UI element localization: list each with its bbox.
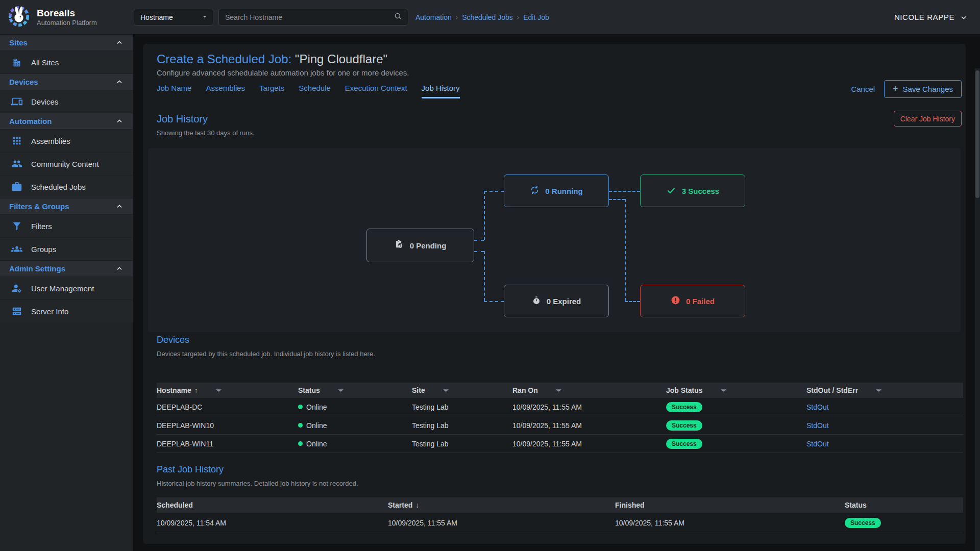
sidebar-section-devices[interactable]: Devices — [0, 73, 133, 90]
job-status-flow-diagram: 0 Pending 0 Running 3 Success 0 Expired … — [148, 148, 961, 332]
sidebar-item-label: Scheduled Jobs — [31, 183, 86, 191]
filter-list-icon[interactable] — [555, 387, 562, 394]
tab-assemblies[interactable]: Assemblies — [206, 84, 245, 98]
stdout-cell: StdOut — [806, 403, 963, 411]
breadcrumb-scheduled-jobs[interactable]: Scheduled Jobs — [462, 13, 513, 21]
save-changes-button[interactable]: + Save Changes — [884, 80, 962, 98]
tab-schedule[interactable]: Schedule — [299, 84, 331, 98]
job-history-heading: Job History — [157, 113, 208, 125]
column-header-hostname[interactable]: Hostname ↑ — [157, 386, 198, 394]
topbar: Hostname Automation › Scheduled Jobs › E… — [133, 0, 980, 34]
sidebar-item-all-sites[interactable]: All Sites — [0, 51, 133, 73]
sidebar-item-user-management[interactable]: User Management — [0, 277, 133, 299]
status-badge: Success — [845, 518, 881, 528]
filter-list-icon[interactable] — [337, 387, 345, 394]
status-badge: Success — [666, 402, 702, 412]
column-header-stdout-stderr[interactable]: StdOut / StdErr — [806, 386, 858, 394]
flow-box-success: 3 Success — [640, 174, 745, 207]
status-badge: Success — [666, 420, 702, 431]
building-icon — [11, 57, 22, 68]
column-header-job-status[interactable]: Job Status — [666, 386, 703, 394]
page-subtitle: Configure advanced schedulable automatio… — [157, 68, 409, 77]
tab-targets[interactable]: Targets — [259, 84, 284, 98]
column-header-status[interactable]: Status — [845, 501, 867, 509]
past-table-header: Scheduled Started↓ Finished Status — [157, 497, 963, 513]
caret-down-icon — [202, 13, 208, 21]
save-changes-label: Save Changes — [903, 85, 953, 93]
sidebar-item-community-content[interactable]: Community Content — [0, 152, 133, 175]
job-status-cell: Success — [666, 402, 806, 412]
sidebar-item-label: Community Content — [31, 160, 99, 168]
sidebar-item-label: User Management — [31, 284, 94, 293]
section-label: Devices — [9, 78, 38, 86]
sidebar-item-label: Assemblies — [31, 137, 70, 145]
devices-heading: Devices — [157, 335, 189, 345]
column-header-status[interactable]: Status — [298, 386, 320, 394]
grid-icon — [11, 135, 22, 146]
column-header-ran-on[interactable]: Ran On — [512, 386, 538, 394]
column-header-site[interactable]: Site — [412, 386, 425, 394]
ran-on-cell: 10/09/2025, 11:55 AM — [512, 421, 666, 430]
hostname-select[interactable]: Hostname — [134, 9, 213, 26]
tab-execution-context[interactable]: Execution Context — [345, 84, 407, 98]
tab-job-name[interactable]: Job Name — [157, 84, 191, 98]
devices-subheading: Devices targeted by this scheduled job. … — [157, 350, 375, 358]
sidebar-section-filters-groups[interactable]: Filters & Groups — [0, 198, 133, 214]
tab-job-history[interactable]: Job History — [422, 84, 460, 98]
sidebar-item-groups[interactable]: Groups — [0, 237, 133, 260]
site-cell: Testing Lab — [412, 421, 512, 430]
table-row: DEEPLAB-WIN11 Online Testing Lab 10/09/2… — [157, 435, 963, 453]
job-status-cell: Success — [666, 420, 806, 431]
ran-on-cell: 10/09/2025, 11:55 AM — [512, 403, 666, 411]
breadcrumb-edit-job[interactable]: Edit Job — [523, 13, 549, 21]
sidebar-item-assemblies[interactable]: Assemblies — [0, 129, 133, 152]
scheduled-job-card: Create a Scheduled Job: "Ping Cloudflare… — [143, 44, 966, 544]
sort-desc-icon: ↓ — [415, 501, 419, 509]
sidebar-item-filters[interactable]: Filters — [0, 214, 133, 237]
stdout-link[interactable]: StdOut — [806, 440, 829, 448]
section-label: Sites — [9, 38, 28, 47]
sidebar-section-admin-settings[interactable]: Admin Settings — [0, 260, 133, 277]
sidebar-item-label: Server Info — [31, 307, 68, 316]
job-status-cell: Success — [666, 439, 806, 449]
search-input[interactable] — [225, 13, 394, 21]
column-header-finished[interactable]: Finished — [615, 501, 645, 509]
clear-job-history-button[interactable]: Clear Job History — [894, 111, 962, 127]
hostname-cell: DEEPLAB-DC — [157, 403, 298, 411]
sidebar-item-devices[interactable]: Devices — [0, 90, 133, 113]
filter-list-icon[interactable] — [720, 387, 727, 394]
flow-connector — [484, 301, 504, 302]
table-row: DEEPLAB-DC Online Testing Lab 10/09/2025… — [157, 398, 963, 416]
scrollbar-thumb[interactable] — [975, 70, 979, 198]
column-header-scheduled[interactable]: Scheduled — [157, 501, 193, 509]
status-cell: Online — [298, 440, 412, 448]
sync-icon — [530, 185, 540, 196]
sidebar-item-label: Devices — [31, 97, 58, 106]
search-icon[interactable] — [394, 12, 403, 23]
sidebar-section-sites[interactable]: Sites — [0, 34, 133, 51]
flow-box-pending: 0 Pending — [366, 229, 474, 262]
scrollbar-track[interactable] — [975, 68, 980, 551]
sidebar-section-automation[interactable]: Automation — [0, 113, 133, 129]
sidebar-item-scheduled-jobs[interactable]: Scheduled Jobs — [0, 175, 133, 198]
page-title: Create a Scheduled Job: "Ping Cloudflare… — [157, 52, 387, 66]
sidebar-item-server-info[interactable]: Server Info — [0, 299, 133, 322]
breadcrumb-automation[interactable]: Automation — [415, 13, 452, 21]
cancel-button[interactable]: Cancel — [851, 85, 875, 93]
user-gear-icon — [11, 283, 22, 294]
flow-box-failed: 0 Failed — [640, 285, 745, 317]
error-icon — [671, 295, 680, 307]
user-menu[interactable]: NICOLE RAPPE — [894, 13, 968, 21]
plus-icon: + — [893, 84, 898, 94]
filter-list-icon[interactable] — [875, 387, 883, 394]
stdout-link[interactable]: StdOut — [806, 421, 829, 430]
stdout-link[interactable]: StdOut — [806, 403, 829, 411]
filter-list-icon[interactable] — [442, 387, 450, 394]
chevron-up-icon — [115, 117, 124, 126]
flow-box-label: 0 Pending — [410, 241, 447, 250]
filter-list-icon[interactable] — [215, 387, 223, 394]
chevron-up-icon — [115, 39, 124, 47]
started-cell: 10/09/2025, 11:55 AM — [388, 519, 615, 527]
chevron-down-icon — [960, 13, 968, 21]
column-header-started[interactable]: Started↓ — [388, 501, 419, 509]
